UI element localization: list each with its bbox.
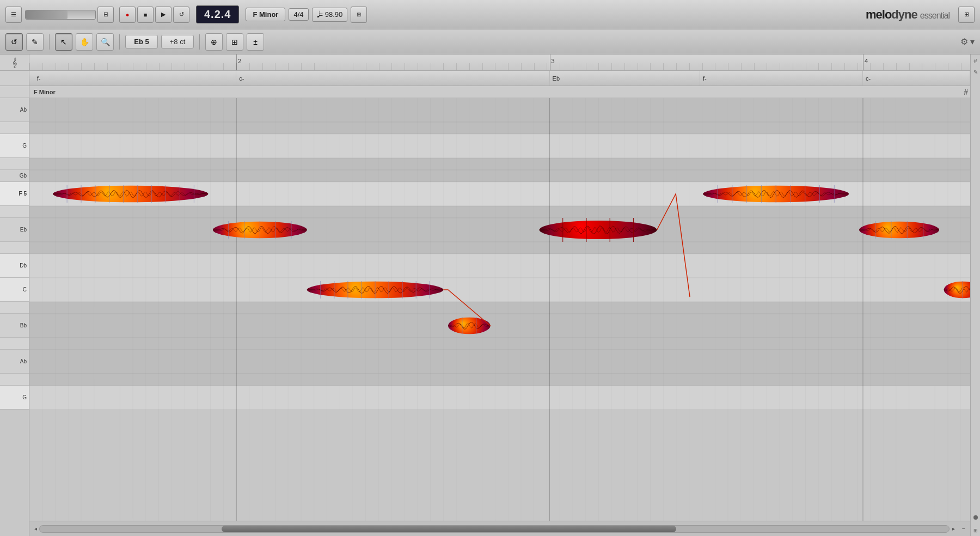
ruler-minor-line: [29, 63, 30, 70]
ruler-minor-line: [42, 63, 43, 70]
tool-pitch-button[interactable]: ⊕: [205, 33, 223, 51]
tool-amplitude-button[interactable]: ±: [247, 33, 264, 51]
cents-display: +8 ct: [161, 35, 194, 48]
ruler-minor-line: [146, 63, 146, 70]
treble-clef-icon: 𝄞: [12, 58, 17, 68]
tempo-display: 𝅘𝅥 = 98.90: [312, 8, 348, 22]
ruler-left-cell: 𝄞: [0, 54, 29, 71]
ruler-minor-line: [431, 63, 431, 70]
play-button[interactable]: ▶: [155, 7, 171, 23]
hand-icon: ✋: [80, 38, 89, 46]
ruler-minor-line: [676, 63, 677, 70]
ruler-minor-line: [185, 63, 185, 70]
ruler-minor-line: [68, 63, 69, 70]
key-display[interactable]: F Minor: [246, 8, 285, 21]
ruler-minor-line: [249, 63, 250, 70]
piano-key-row: Gb: [0, 170, 29, 182]
notes-canvas[interactable]: [29, 98, 970, 521]
horizontal-scrollbar[interactable]: [39, 525, 950, 533]
ruler-minor-line: [715, 63, 715, 70]
select-icon: ↺: [11, 38, 17, 46]
ruler-minor-line: [456, 63, 457, 70]
ruler-minor-line: [379, 63, 379, 70]
record-button[interactable]: ●: [119, 7, 136, 23]
progress-bar[interactable]: [25, 10, 96, 20]
ruler-minor-line: [133, 63, 133, 70]
window-menu-button[interactable]: ☰: [5, 7, 22, 23]
loop-button[interactable]: ↺: [173, 7, 189, 23]
piano-key-row: [0, 338, 29, 350]
piano-key-row: Ab: [0, 350, 29, 374]
resize-button[interactable]: ⊟: [97, 7, 114, 23]
ruler-minor-line: [793, 63, 793, 70]
right-panel-edit-icon[interactable]: ✎: [971, 68, 980, 76]
transport-controls: ● ■ ▶ ↺: [119, 7, 189, 23]
tool-format-button[interactable]: ⊞: [226, 33, 243, 51]
ruler-minor-line: [159, 63, 160, 70]
right-panel-hash-icon[interactable]: #: [971, 57, 980, 65]
zoom-out-icon[interactable]: −: [959, 525, 968, 533]
pointer-icon: ↖: [60, 38, 67, 46]
ruler-minor-line: [767, 63, 767, 70]
ruler-minor-line: [611, 63, 612, 70]
scrollbar-thumb[interactable]: [222, 526, 676, 532]
ruler-minor-line: [818, 63, 819, 70]
pitch-display: Eb 5: [125, 35, 158, 48]
ruler-minor-line: [81, 63, 82, 70]
toolbar: ↺ ✎ ↖ ✋ 🔍 Eb 5 +8 ct ⊕ ⊞ ±: [0, 29, 980, 54]
ruler-minor-line: [353, 63, 353, 70]
left-labels: 𝄞 AbGGbF 5EbDbCBbAbG: [0, 54, 29, 536]
piano-key-row: [0, 302, 29, 314]
ruler-minor-line: [948, 63, 948, 70]
zoom-icon: 🔍: [101, 38, 110, 46]
ruler-minor-line: [909, 63, 910, 70]
key-label-text: F Minor: [34, 89, 56, 95]
position-value: 4.2.4: [204, 8, 231, 20]
chord-bar: f-c-Ebf-c-: [29, 71, 970, 86]
ruler-minor-line: [844, 63, 845, 70]
tool-zoom-button[interactable]: 🔍: [96, 33, 114, 51]
ruler-minor-line: [560, 63, 560, 70]
piano-keys-area: AbGGbF 5EbDbCBbAbG: [0, 98, 29, 536]
ruler-minor-line: [107, 63, 108, 70]
tool-select-button[interactable]: ↺: [5, 33, 23, 51]
ruler-minor-line: [598, 63, 599, 70]
app-logo: melodyne essential: [866, 8, 950, 22]
ruler-minor-line: [961, 63, 961, 70]
right-panel-dot: [973, 515, 978, 520]
ruler-minor-line: [534, 63, 535, 70]
pitch-value: Eb 5: [134, 38, 149, 46]
ruler-minor-line: [741, 63, 742, 70]
ruler-bar-line: [550, 54, 550, 70]
chord-bar-left-cell: [0, 71, 29, 86]
position-display: 4.2.4: [196, 5, 239, 23]
tool-pointer-button[interactable]: ↖: [55, 33, 72, 51]
settings-button[interactable]: ⚙ ▾: [960, 36, 975, 47]
chord-segment: c-: [863, 71, 970, 86]
ruler-minor-line: [469, 63, 470, 70]
top-bar: ☰ ⊟ ● ■ ▶ ↺ 4.2.4 F Minor 4/4 𝅘𝅥 = 98.90: [0, 0, 980, 29]
ruler-minor-line: [521, 63, 522, 70]
scroll-right-icon[interactable]: ▸: [950, 525, 957, 533]
tool-edit-button[interactable]: ✎: [26, 33, 44, 51]
ruler-minor-line: [482, 63, 483, 70]
grid-options-button[interactable]: ⊞: [351, 7, 367, 23]
full-container: ☰ ⊟ ● ■ ▶ ↺ 4.2.4 F Minor 4/4 𝅘𝅥 = 98.90: [0, 0, 980, 536]
piano-key-row: [0, 122, 29, 134]
toolbar-separator-2: [119, 34, 120, 50]
ruler-minor-line: [857, 63, 858, 70]
scroll-left-icon[interactable]: ◂: [32, 525, 39, 533]
notes-grid[interactable]: [29, 98, 970, 521]
ruler-minor-line: [547, 63, 547, 70]
ruler: 234: [29, 54, 970, 71]
right-panel-zoom-icon[interactable]: ⊞: [971, 526, 980, 535]
progress-fill: [26, 10, 68, 19]
piano-key-row: Ab: [0, 98, 29, 122]
stop-button[interactable]: ■: [137, 7, 154, 23]
key-label-left-cell: [0, 86, 29, 98]
ruler-minor-line: [573, 63, 573, 70]
menu-icon: ☰: [11, 11, 16, 18]
ruler-minor-line: [870, 63, 871, 70]
tool-hand-button[interactable]: ✋: [76, 33, 93, 51]
window-expand-button[interactable]: ⊞: [958, 7, 975, 23]
